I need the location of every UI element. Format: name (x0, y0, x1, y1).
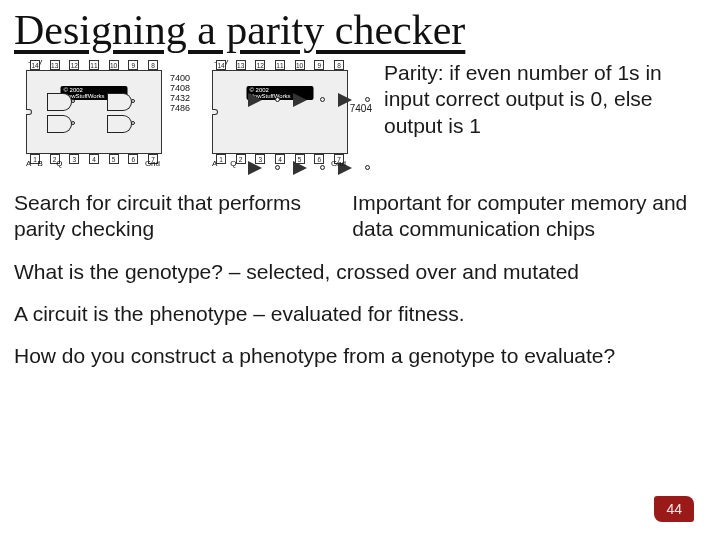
pin: 3 (255, 154, 265, 164)
construct-question: How do you construct a phenotype from a … (14, 343, 706, 369)
slide-title: Designing a parity checker (14, 6, 706, 54)
pin: 13 (236, 60, 246, 70)
pin: 11 (89, 60, 99, 70)
chip-notch-icon (212, 109, 218, 115)
pin: 8 (334, 60, 344, 70)
part-number: 7486 (170, 104, 190, 114)
pin-row-top: 14 13 12 11 10 9 8 (26, 56, 162, 70)
pin: 11 (275, 60, 285, 70)
pin: 5 (109, 154, 119, 164)
inverter-icon (293, 93, 307, 107)
mid-row: Search for circuit that performs parity … (14, 190, 706, 243)
pin: 6 (314, 154, 324, 164)
chip-diagrams: +5V 14 13 12 11 10 9 8 © 2002 HowStuffWo… (14, 56, 372, 168)
pin: 12 (69, 60, 79, 70)
pin: 10 (295, 60, 305, 70)
pin: 3 (69, 154, 79, 164)
pin: 9 (314, 60, 324, 70)
chip-7404: +5V 14 13 12 11 10 9 8 © 2002 HowStuffWo… (200, 56, 372, 168)
pin: 10 (109, 60, 119, 70)
pin: 4 (275, 154, 285, 164)
pin-label-a: A B Q (26, 159, 63, 168)
chip-body: © 2002 HowStuffWorks (212, 70, 348, 154)
gate-icon (107, 93, 131, 109)
pin: 14 (30, 60, 40, 70)
pin: 8 (148, 60, 158, 70)
gate-array (47, 93, 131, 131)
pin: 5 (295, 154, 305, 164)
pin: 13 (50, 60, 60, 70)
chip-part-number: 7404 (350, 103, 372, 114)
parity-definition: Parity: if even number of 1s in input co… (380, 56, 706, 143)
importance-statement: Important for computer memory and data c… (352, 190, 706, 243)
chip-body: © 2002 HowStuffWorks (26, 70, 162, 154)
chip-7400-family: +5V 14 13 12 11 10 9 8 © 2002 HowStuffWo… (14, 56, 186, 168)
top-row: +5V 14 13 12 11 10 9 8 © 2002 HowStuffWo… (14, 56, 706, 168)
gate-icon (47, 93, 71, 109)
pin: 14 (216, 60, 226, 70)
page-number-badge: 44 (654, 496, 694, 522)
phenotype-statement: A circuit is the phenotype – evaluated f… (14, 301, 706, 327)
pin-label-gnd: Gnd (145, 159, 160, 168)
pin: 4 (89, 154, 99, 164)
pin: 6 (128, 154, 138, 164)
pin: 9 (128, 60, 138, 70)
search-statement: Search for circuit that performs parity … (14, 190, 332, 243)
chip-part-numbers: 7400 7408 7432 7486 (170, 74, 190, 114)
pin: 12 (255, 60, 265, 70)
pin-label-a: A Q (212, 159, 236, 168)
gate-icon (107, 115, 131, 131)
inverter-icon (248, 93, 262, 107)
genotype-question: What is the genotype? – selected, crosse… (14, 259, 706, 285)
pin-label-gnd: Gnd (331, 159, 346, 168)
chip-notch-icon (26, 109, 32, 115)
slide: Designing a parity checker +5V 14 13 12 … (0, 0, 720, 540)
gate-icon (47, 115, 71, 131)
pin: 2 (236, 154, 246, 164)
pin-row-top: 14 13 12 11 10 9 8 (212, 56, 348, 70)
